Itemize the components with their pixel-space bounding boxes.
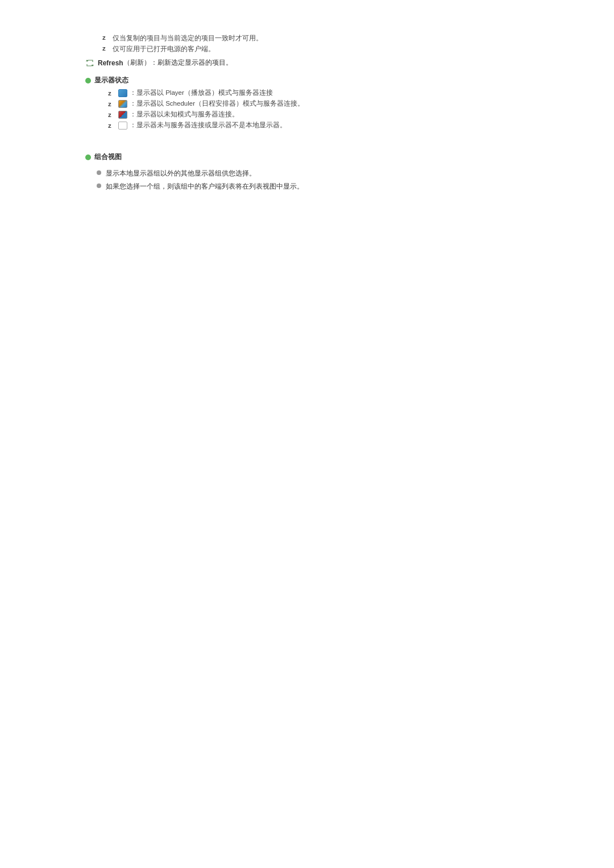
combined-view-bullet-1 — [97, 170, 101, 175]
combined-view-section: 组合视图 显示本地显示器组以外的其他显示器组供您选择。 如果您选择一个组，则该组… — [85, 152, 580, 191]
disconnected-icon — [118, 122, 127, 130]
refresh-description: ：刷新选定显示器的项目。 — [151, 58, 233, 68]
status-item-unknown: z ：显示器以未知模式与服务器连接。 — [108, 110, 580, 119]
status-item-disconnected-text: ：显示器未与服务器连接或显示器不是本地显示器。 — [130, 121, 287, 130]
combined-view-item-2: 如果您选择一个组，则该组中的客户端列表将在列表视图中显示。 — [97, 182, 580, 191]
refresh-label-cn: （刷新） — [123, 58, 151, 68]
refresh-label: Refresh — [98, 59, 123, 67]
status-item-scheduler: z ：显示器以 Scheduler（日程安排器）模式与服务器连接。 — [108, 99, 580, 108]
combined-view-dot — [85, 155, 91, 160]
refresh-icon — [85, 59, 94, 68]
status-z-items: z ：显示器以 Player（播放器）模式与服务器连接 z ：显示器以 Sche… — [108, 89, 580, 130]
unknown-mode-icon — [118, 111, 127, 119]
combined-view-header: 组合视图 — [85, 152, 580, 162]
player-icon — [118, 89, 127, 97]
combined-view-bullet-2 — [97, 183, 101, 188]
display-status-section: 显示器状态 z ：显示器以 Player（播放器）模式与服务器连接 z ：显示器… — [85, 76, 580, 130]
z-item-1: z 仅当复制的项目与当前选定的项目一致时才可用。 — [102, 34, 580, 43]
status-item-player-text: ：显示器以 Player（播放器）模式与服务器连接 — [130, 89, 273, 97]
combined-view-text-1: 显示本地显示器组以外的其他显示器组供您选择。 — [106, 169, 256, 178]
combined-view-title: 组合视图 — [94, 152, 122, 162]
combined-view-text-2: 如果您选择一个组，则该组中的客户端列表将在列表视图中显示。 — [106, 182, 304, 191]
status-item-disconnected: z ：显示器未与服务器连接或显示器不是本地显示器。 — [108, 121, 580, 130]
display-status-header: 显示器状态 — [85, 76, 580, 85]
combined-view-bullets: 显示本地显示器组以外的其他显示器组供您选择。 如果您选择一个组，则该组中的客户端… — [97, 169, 580, 191]
combined-view-item-1: 显示本地显示器组以外的其他显示器组供您选择。 — [97, 169, 580, 178]
z-item-2: z 仅可应用于已打开电源的客户端。 — [102, 45, 580, 53]
status-item-player: z ：显示器以 Player（播放器）模式与服务器连接 — [108, 89, 580, 97]
display-status-dot — [85, 78, 91, 84]
status-item-scheduler-text: ：显示器以 Scheduler（日程安排器）模式与服务器连接。 — [130, 99, 304, 108]
scheduler-icon — [118, 100, 127, 108]
display-status-title: 显示器状态 — [94, 76, 128, 85]
z-items-top: z 仅当复制的项目与当前选定的项目一致时才可用。 z 仅可应用于已打开电源的客户… — [102, 34, 580, 53]
status-item-unknown-text: ：显示器以未知模式与服务器连接。 — [130, 110, 239, 119]
refresh-row: Refresh （刷新） ：刷新选定显示器的项目。 — [85, 58, 580, 68]
